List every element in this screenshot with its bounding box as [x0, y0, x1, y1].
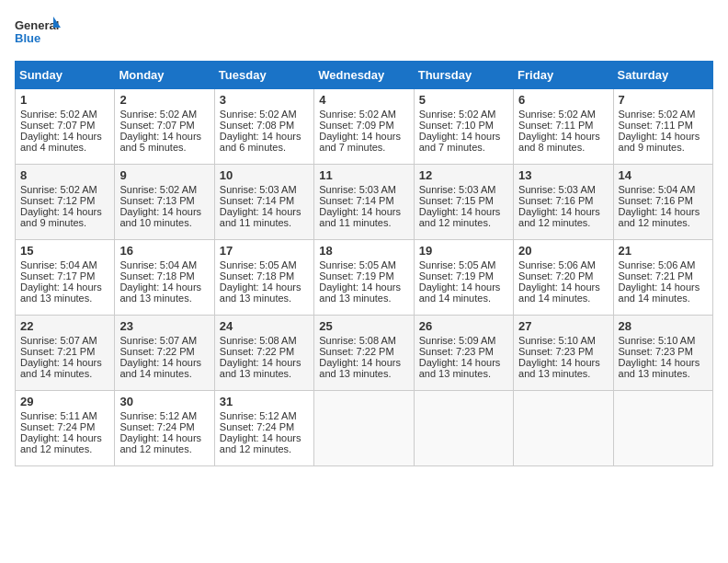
- sunrise-text: Sunrise: 5:02 AM: [119, 109, 197, 120]
- daylight-text: Daylight: 14 hours: [419, 131, 501, 142]
- sunrise-text: Sunrise: 5:10 AM: [518, 335, 596, 346]
- day-header-row: SundayMondayTuesdayWednesdayThursdayFrid…: [16, 62, 713, 89]
- sunrise-text: Sunrise: 5:06 AM: [518, 259, 596, 270]
- day-number: 17: [220, 244, 309, 258]
- sunset-text: Sunset: 7:07 PM: [119, 120, 194, 131]
- sunset-text: Sunset: 7:24 PM: [119, 421, 194, 432]
- sunrise-text: Sunrise: 5:04 AM: [619, 184, 696, 195]
- sunset-text: Sunset: 7:18 PM: [119, 270, 194, 282]
- sunset-text: Sunset: 7:21 PM: [619, 270, 693, 282]
- week-row-3: 15Sunrise: 5:04 AMSunset: 7:17 PMDayligh…: [16, 240, 713, 316]
- day-number: 11: [319, 168, 408, 182]
- day-number: 1: [20, 93, 109, 107]
- day-number: 27: [518, 319, 608, 333]
- header: General Blue: [15, 15, 713, 53]
- day-cell: 14Sunrise: 5:04 AMSunset: 7:16 PMDayligh…: [613, 165, 712, 240]
- sunrise-text: Sunrise: 5:02 AM: [20, 109, 97, 120]
- daylight-text: Daylight: 14 hours: [419, 206, 501, 217]
- daylight-text: Daylight: 14 hours: [20, 357, 102, 368]
- day-cell: 29Sunrise: 5:11 AMSunset: 7:24 PMDayligh…: [16, 391, 115, 466]
- day-cell: 10Sunrise: 5:03 AMSunset: 7:14 PMDayligh…: [214, 165, 313, 240]
- sunset-text: Sunset: 7:21 PM: [20, 346, 95, 357]
- sunset-text: Sunset: 7:14 PM: [220, 195, 294, 206]
- sunrise-text: Sunrise: 5:12 AM: [220, 410, 297, 421]
- day-number: 18: [319, 244, 408, 258]
- daylight-minutes: and 13 minutes.: [119, 293, 191, 304]
- daylight-text: Daylight: 14 hours: [20, 131, 102, 142]
- sunrise-text: Sunrise: 5:10 AM: [619, 335, 696, 346]
- daylight-text: Daylight: 14 hours: [119, 131, 201, 142]
- daylight-text: Daylight: 14 hours: [220, 357, 301, 368]
- daylight-text: Daylight: 14 hours: [319, 131, 401, 142]
- day-number: 5: [419, 93, 508, 107]
- day-number: 31: [220, 395, 309, 408]
- day-number: 12: [419, 168, 508, 182]
- day-cell: 16Sunrise: 5:04 AMSunset: 7:18 PMDayligh…: [115, 240, 214, 316]
- sunset-text: Sunset: 7:18 PM: [220, 270, 294, 282]
- sunrise-text: Sunrise: 5:07 AM: [119, 335, 197, 346]
- day-cell: 18Sunrise: 5:05 AMSunset: 7:19 PMDayligh…: [314, 240, 414, 316]
- day-cell: 19Sunrise: 5:05 AMSunset: 7:19 PMDayligh…: [414, 240, 513, 316]
- day-cell: 4Sunrise: 5:02 AMSunset: 7:09 PMDaylight…: [314, 89, 414, 165]
- day-number: 13: [518, 168, 608, 182]
- daylight-minutes: and 14 minutes.: [419, 293, 491, 304]
- week-row-1: 1Sunrise: 5:02 AMSunset: 7:07 PMDaylight…: [16, 89, 713, 165]
- day-number: 8: [20, 168, 109, 182]
- daylight-text: Daylight: 14 hours: [518, 357, 600, 368]
- day-cell: 30Sunrise: 5:12 AMSunset: 7:24 PMDayligh…: [115, 391, 214, 466]
- daylight-text: Daylight: 14 hours: [119, 282, 201, 293]
- day-cell: 5Sunrise: 5:02 AMSunset: 7:10 PMDaylight…: [414, 89, 513, 165]
- day-cell: 22Sunrise: 5:07 AMSunset: 7:21 PMDayligh…: [16, 316, 115, 391]
- daylight-text: Daylight: 14 hours: [619, 131, 700, 142]
- day-number: 30: [119, 395, 209, 408]
- day-cell: 25Sunrise: 5:08 AMSunset: 7:22 PMDayligh…: [314, 316, 414, 391]
- daylight-text: Daylight: 14 hours: [419, 357, 501, 368]
- week-row-5: 29Sunrise: 5:11 AMSunset: 7:24 PMDayligh…: [16, 391, 713, 466]
- sunset-text: Sunset: 7:24 PM: [220, 421, 294, 432]
- day-cell: 31Sunrise: 5:12 AMSunset: 7:24 PMDayligh…: [214, 391, 313, 466]
- col-header-sunday: Sunday: [16, 62, 115, 89]
- sunrise-text: Sunrise: 5:02 AM: [619, 109, 696, 120]
- daylight-minutes: and 9 minutes.: [20, 217, 86, 228]
- sunrise-text: Sunrise: 5:05 AM: [419, 259, 496, 270]
- day-number: 2: [119, 93, 209, 107]
- sunset-text: Sunset: 7:24 PM: [20, 421, 95, 432]
- daylight-text: Daylight: 14 hours: [220, 282, 301, 293]
- sunrise-text: Sunrise: 5:02 AM: [20, 184, 97, 195]
- col-header-wednesday: Wednesday: [314, 62, 414, 89]
- daylight-minutes: and 14 minutes.: [518, 293, 590, 304]
- sunset-text: Sunset: 7:14 PM: [319, 195, 393, 206]
- daylight-text: Daylight: 14 hours: [20, 206, 102, 217]
- daylight-minutes: and 14 minutes.: [119, 368, 191, 379]
- sunrise-text: Sunrise: 5:04 AM: [20, 259, 97, 270]
- day-number: 22: [20, 319, 109, 333]
- day-number: 6: [518, 93, 608, 107]
- daylight-text: Daylight: 14 hours: [220, 432, 301, 443]
- daylight-minutes: and 13 minutes.: [220, 293, 291, 304]
- daylight-minutes: and 12 minutes.: [419, 217, 491, 228]
- sunset-text: Sunset: 7:13 PM: [119, 195, 194, 206]
- sunset-text: Sunset: 7:17 PM: [20, 270, 95, 282]
- sunset-text: Sunset: 7:12 PM: [20, 195, 95, 206]
- sunset-text: Sunset: 7:16 PM: [619, 195, 693, 206]
- sunrise-text: Sunrise: 5:03 AM: [220, 184, 297, 195]
- day-number: 29: [20, 395, 109, 408]
- daylight-text: Daylight: 14 hours: [619, 206, 700, 217]
- day-cell: 24Sunrise: 5:08 AMSunset: 7:22 PMDayligh…: [214, 316, 313, 391]
- daylight-minutes: and 8 minutes.: [518, 142, 585, 153]
- sunset-text: Sunset: 7:23 PM: [518, 346, 593, 357]
- daylight-text: Daylight: 14 hours: [518, 206, 600, 217]
- svg-text:Blue: Blue: [15, 31, 40, 45]
- daylight-text: Daylight: 14 hours: [220, 206, 301, 217]
- day-cell: 21Sunrise: 5:06 AMSunset: 7:21 PMDayligh…: [613, 240, 712, 316]
- day-cell: 17Sunrise: 5:05 AMSunset: 7:18 PMDayligh…: [214, 240, 313, 316]
- daylight-minutes: and 10 minutes.: [119, 217, 191, 228]
- sunrise-text: Sunrise: 5:07 AM: [20, 335, 97, 346]
- daylight-text: Daylight: 14 hours: [319, 206, 401, 217]
- day-number: 10: [220, 168, 309, 182]
- daylight-minutes: and 13 minutes.: [419, 368, 491, 379]
- sunset-text: Sunset: 7:09 PM: [319, 120, 393, 131]
- day-number: 20: [518, 244, 608, 258]
- day-number: 4: [319, 93, 408, 107]
- day-number: 28: [619, 319, 708, 333]
